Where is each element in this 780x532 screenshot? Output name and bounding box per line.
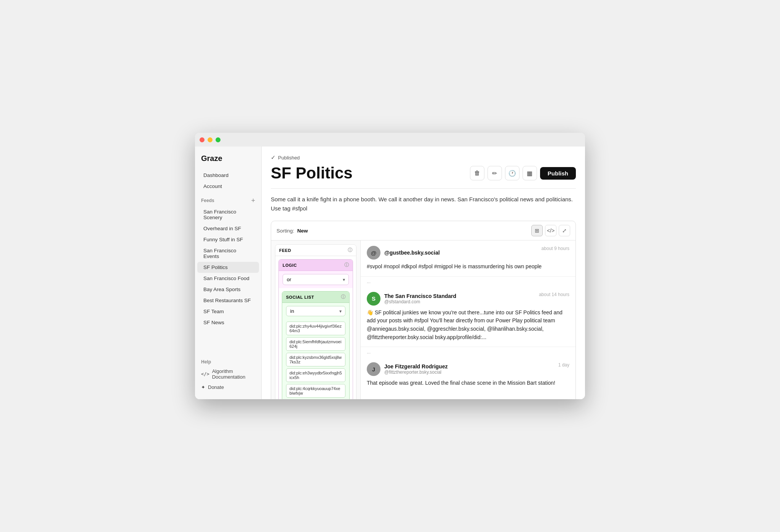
posts-panel: @ @gustbee.bsky.social about 9 hours #sv… — [361, 241, 575, 399]
in-select-wrapper: in not in — [282, 303, 349, 319]
algorithm-docs-icon: </> — [201, 371, 209, 377]
post-card: J Joe Fitzgerald Rodriguez @fittztherepo… — [361, 357, 575, 393]
sidebar-feeds-list: San Francisco SceneryOverheard in SFFunn… — [195, 206, 261, 328]
post-more-indicator: ... — [361, 277, 575, 287]
maximize-button[interactable] — [216, 137, 221, 142]
post-time: 1 day — [558, 362, 569, 368]
post-author-row: @ @gustbee.bsky.social — [367, 246, 440, 260]
post-author-handle: @sfstandard.com — [384, 299, 456, 304]
feed-info-icon[interactable]: ⓘ — [348, 247, 353, 253]
delete-button[interactable]: 🗑 — [470, 166, 484, 180]
app-body: Graze Dashboard Account Feeds + San Fran… — [195, 147, 585, 399]
or-select-wrapper: or and — [283, 274, 349, 285]
social-list-content: did:plc:zhy4uv44jivgivrf36ez64m3did:plc:… — [282, 319, 349, 399]
avatar: S — [367, 292, 380, 306]
sorting-row: Sorting: New — [277, 228, 308, 234]
page-header-row: SF Politics 🗑 ✏ 🕐 ▦ Publish — [271, 164, 576, 182]
add-feed-button[interactable]: + — [251, 197, 255, 204]
social-list-label: SOCIAL LIST — [286, 295, 314, 299]
code-view-button[interactable]: </> — [545, 225, 556, 236]
header-divider — [271, 188, 576, 189]
page-description: Some call it a knife fight in a phone bo… — [271, 195, 576, 213]
sidebar-item-donate[interactable]: ✦ Donate — [195, 382, 261, 392]
sidebar-item-bay-area-sports[interactable]: Bay Area Sports — [197, 284, 259, 295]
sidebar-item-sf-team[interactable]: SF Team — [197, 306, 259, 317]
feed-panel-header: Sorting: New ⊞ </> ⤢ — [271, 221, 575, 241]
post-author-name: Joe Fitzgerald Rodriguez — [384, 363, 448, 370]
view-icons: ⊞ </> ⤢ — [531, 225, 570, 236]
sidebar-item-overheard-in-sf[interactable]: Overheard in SF — [197, 223, 259, 234]
post-author-name: The San Francisco Standard — [384, 293, 456, 299]
post-more-indicator: ... — [361, 347, 575, 357]
sidebar-item-account[interactable]: Account — [197, 181, 259, 192]
logic-select-wrapper: or and — [279, 271, 353, 288]
sidebar-item-algorithm-docs[interactable]: </> Algorithm Documentation — [195, 366, 261, 382]
in-select[interactable]: in not in — [286, 306, 345, 316]
post-author-handle: @fittzthereporter.bsky.social — [384, 370, 448, 375]
sidebar-item-dashboard[interactable]: Dashboard — [197, 170, 259, 181]
post-author-row: J Joe Fitzgerald Rodriguez @fittztherepo… — [367, 362, 448, 376]
publish-button[interactable]: Publish — [540, 167, 576, 180]
did-item: did:plc:eh3wyydbr5ixxfngjh5icx5h — [286, 368, 345, 382]
post-author-row: S The San Francisco Standard @sfstandard… — [367, 292, 456, 306]
post-card: S The San Francisco Standard @sfstandard… — [361, 287, 575, 347]
algorithm-docs-label: Algorithm Documentation — [212, 368, 255, 380]
sidebar-feeds-header: Feeds + — [195, 192, 261, 206]
fullscreen-button[interactable]: ⤢ — [559, 225, 570, 236]
avatar: J — [367, 362, 380, 376]
logic-header: LOGIC ⓘ — [279, 260, 353, 271]
donate-icon: ✦ — [201, 384, 205, 390]
page-status: ✓ Published — [271, 154, 576, 161]
app-window: Graze Dashboard Account Feeds + San Fran… — [195, 133, 585, 399]
sidebar: Graze Dashboard Account Feeds + San Fran… — [195, 147, 262, 399]
post-author-info: The San Francisco Standard @sfstandard.c… — [384, 293, 456, 304]
did-item: did:plc:zhy4uv44jivgivrf36ez64m3 — [286, 322, 345, 335]
close-button[interactable] — [200, 137, 205, 142]
sorting-value[interactable]: New — [297, 228, 308, 234]
post-card: @ @gustbee.bsky.social about 9 hours #sv… — [361, 241, 575, 277]
status-check-icon: ✓ — [271, 154, 276, 161]
page-title: SF Politics — [271, 164, 353, 182]
logic-label: LOGIC — [283, 263, 297, 268]
sidebar-item-best-restaurants-sf[interactable]: Best Restaurants SF — [197, 295, 259, 306]
sidebar-help-section: Help </> Algorithm Documentation ✦ Donat… — [195, 356, 261, 395]
chart-button[interactable]: ▦ — [523, 166, 537, 180]
post-header: @ @gustbee.bsky.social about 9 hours — [367, 246, 569, 260]
main-content: ✓ Published SF Politics 🗑 ✏ 🕐 ▦ Publish … — [262, 147, 585, 399]
avatar: @ — [367, 246, 380, 260]
social-list-info-icon[interactable]: ⓘ — [341, 294, 346, 300]
sidebar-item-funny-stuff-in-sf[interactable]: Funny Stuff in SF — [197, 234, 259, 245]
post-content: That episode was great. Loved the final … — [367, 379, 569, 387]
did-items-container: did:plc:zhy4uv44jivgivrf36ez64m3did:plc:… — [286, 322, 345, 398]
feed-panel: Sorting: New ⊞ </> ⤢ — [271, 221, 576, 399]
status-text: Published — [278, 155, 300, 161]
sorting-label: Sorting: — [277, 228, 294, 234]
did-item: did:plc:5iemfhfdfrjautzmvoei624j — [286, 337, 345, 351]
feed-block-label: FEED — [279, 248, 291, 253]
sidebar-item-san-francisco-events[interactable]: San Francisco Events — [197, 245, 259, 262]
sidebar-help-title: Help — [195, 356, 261, 366]
logic-filter-panel: FEED ⓘ LOGIC ⓘ — [271, 241, 361, 399]
grid-view-button[interactable]: ⊞ — [531, 225, 543, 236]
feed-panel-body: FEED ⓘ LOGIC ⓘ — [271, 241, 575, 399]
social-list-header: SOCIAL LIST ⓘ — [282, 291, 349, 303]
logic-info-icon[interactable]: ⓘ — [344, 262, 349, 268]
posts-container: @ @gustbee.bsky.social about 9 hours #sv… — [361, 241, 575, 393]
sidebar-item-sf-politics[interactable]: SF Politics — [197, 262, 259, 273]
did-item: did:plc:kyzsbmx36gld5xsjllw7ks3z — [286, 353, 345, 366]
sidebar-item-sf-news[interactable]: SF News — [197, 317, 259, 328]
post-author-name: @gustbee.bsky.social — [384, 250, 440, 256]
logic-or-select[interactable]: or and — [283, 274, 349, 285]
history-button[interactable]: 🕐 — [505, 166, 519, 180]
social-list-block: SOCIAL LIST ⓘ in not in — [282, 291, 350, 399]
sidebar-item-san-francisco-scenery[interactable]: San Francisco Scenery — [197, 206, 259, 223]
post-author-info: Joe Fitzgerald Rodriguez @fittzthereport… — [384, 363, 448, 375]
sidebar-item-san-francisco-food[interactable]: San Francisco Food — [197, 273, 259, 284]
feed-block-header: FEED ⓘ — [275, 245, 356, 256]
minimize-button[interactable] — [208, 137, 213, 142]
app-logo: Graze — [195, 154, 261, 170]
post-time: about 9 hours — [542, 246, 569, 251]
title-bar — [195, 133, 585, 147]
edit-button[interactable]: ✏ — [488, 166, 502, 180]
post-content: 👋 SF political junkies we know you're ou… — [367, 309, 569, 342]
